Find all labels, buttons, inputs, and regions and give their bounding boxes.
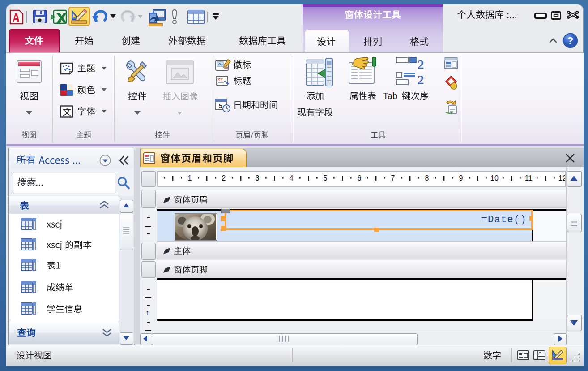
svg-text:2: 2 xyxy=(418,72,424,86)
svg-text:2: 2 xyxy=(222,174,226,182)
svg-text:2: 2 xyxy=(418,57,424,72)
svg-text:6: 6 xyxy=(358,174,362,182)
svg-text:5: 5 xyxy=(324,174,328,182)
svg-text:10: 10 xyxy=(490,174,499,182)
svg-text:4: 4 xyxy=(290,174,294,182)
svg-text:5: 5 xyxy=(219,102,222,109)
svg-text:3: 3 xyxy=(256,174,260,182)
svg-text:11: 11 xyxy=(525,174,533,182)
svg-text:7: 7 xyxy=(391,174,395,182)
svg-text:?: ? xyxy=(567,35,573,46)
svg-text:9: 9 xyxy=(459,174,463,182)
svg-text:12: 12 xyxy=(558,174,565,182)
svg-text:1: 1 xyxy=(188,174,192,182)
svg-text:8: 8 xyxy=(425,174,429,182)
